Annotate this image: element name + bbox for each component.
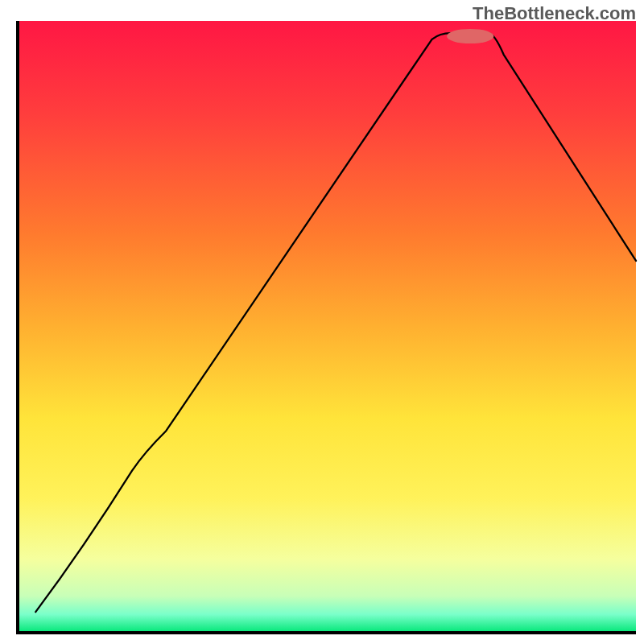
bottleneck-chart: TheBottleneck.com xyxy=(0,0,644,644)
svg-rect-0 xyxy=(18,21,636,633)
watermark-text: TheBottleneck.com xyxy=(473,3,636,24)
chart-svg xyxy=(0,0,644,644)
svg-point-1 xyxy=(447,29,493,43)
